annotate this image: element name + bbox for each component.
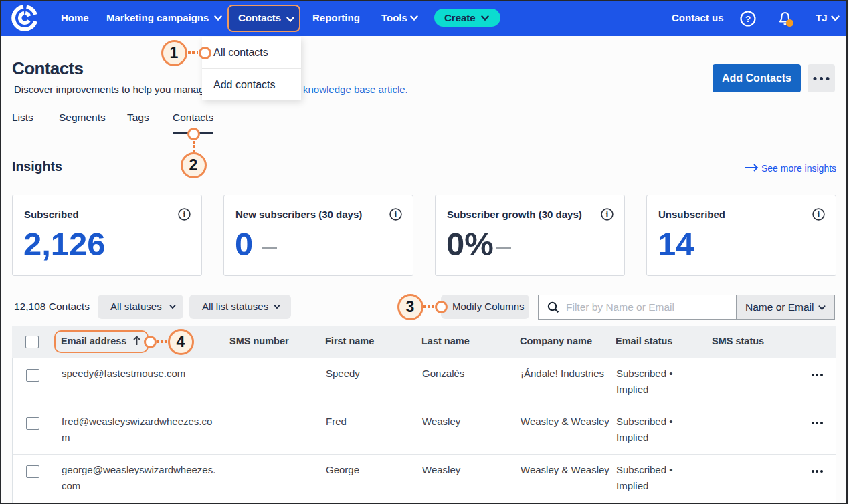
svg-text:?: ? bbox=[745, 14, 751, 24]
svg-text:i: i bbox=[395, 209, 397, 219]
svg-text:i: i bbox=[183, 209, 186, 219]
svg-text:i: i bbox=[606, 209, 609, 219]
svg-text:i: i bbox=[818, 209, 820, 219]
